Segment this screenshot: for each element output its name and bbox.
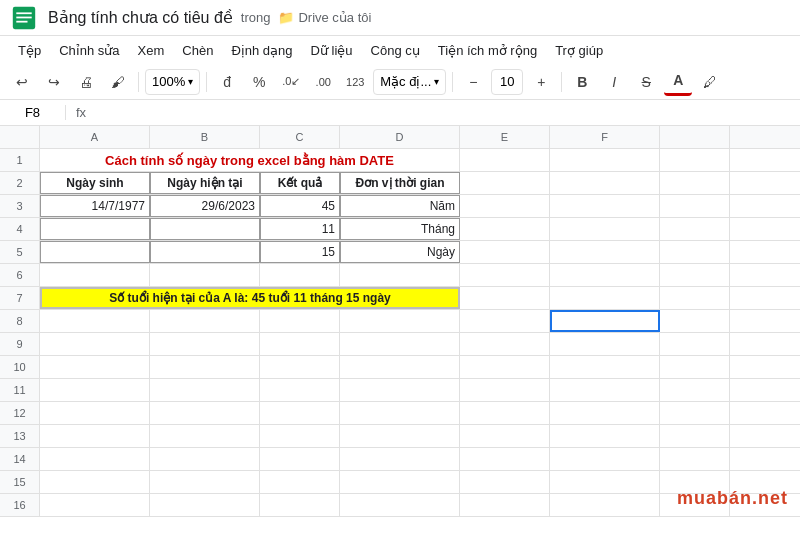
col-header-c[interactable]: C (260, 126, 340, 148)
strikethrough-button[interactable]: S (632, 68, 660, 96)
cell-g10[interactable] (660, 356, 730, 378)
number-format-button[interactable]: 123 (341, 68, 369, 96)
cell-a15[interactable] (40, 471, 150, 493)
cell-b10[interactable] (150, 356, 260, 378)
cell-a11[interactable] (40, 379, 150, 401)
redo-button[interactable]: ↪ (40, 68, 68, 96)
cell-c14[interactable] (260, 448, 340, 470)
cell-f3[interactable] (550, 195, 660, 217)
cell-a2[interactable]: Ngày sinh (40, 172, 150, 194)
cell-d4[interactable]: Tháng (340, 218, 460, 240)
cell-e8[interactable] (460, 310, 550, 332)
cell-e15[interactable] (460, 471, 550, 493)
cell-f10[interactable] (550, 356, 660, 378)
doc-title[interactable]: Bảng tính chưa có tiêu đề (48, 8, 233, 27)
menu-xem[interactable]: Xem (130, 40, 173, 61)
cell-b12[interactable] (150, 402, 260, 424)
cell-g14[interactable] (660, 448, 730, 470)
cell-d16[interactable] (340, 494, 460, 516)
cell-b13[interactable] (150, 425, 260, 447)
cell-b15[interactable] (150, 471, 260, 493)
font-size-input[interactable] (491, 69, 523, 95)
cell-f12[interactable] (550, 402, 660, 424)
cell-f8[interactable] (550, 310, 660, 332)
cell-g12[interactable] (660, 402, 730, 424)
decimal-decrease-button[interactable]: .0↙ (277, 68, 305, 96)
cell-a13[interactable] (40, 425, 150, 447)
menu-tien-ich[interactable]: Tiện ích mở rộng (430, 40, 545, 61)
cell-f13[interactable] (550, 425, 660, 447)
cell-c3[interactable]: 45 (260, 195, 340, 217)
zoom-select[interactable]: 100% ▾ (145, 69, 200, 95)
cell-c6[interactable] (260, 264, 340, 286)
cell-a14[interactable] (40, 448, 150, 470)
cell-b4[interactable] (150, 218, 260, 240)
cell-e10[interactable] (460, 356, 550, 378)
cell-g5[interactable] (660, 241, 730, 263)
cell-f15[interactable] (550, 471, 660, 493)
cell-e7[interactable] (460, 287, 550, 309)
cell-e16[interactable] (460, 494, 550, 516)
cell-g8[interactable] (660, 310, 730, 332)
cell-e14[interactable] (460, 448, 550, 470)
format-dropdown[interactable]: Mặc đị... ▾ (373, 69, 446, 95)
menu-chen[interactable]: Chèn (174, 40, 221, 61)
print-button[interactable]: 🖨 (72, 68, 100, 96)
col-header-f[interactable]: F (550, 126, 660, 148)
cell-g4[interactable] (660, 218, 730, 240)
decimal-increase-button[interactable]: .00 (309, 68, 337, 96)
cell-a6[interactable] (40, 264, 150, 286)
cell-e4[interactable] (460, 218, 550, 240)
undo-button[interactable]: ↩ (8, 68, 36, 96)
cell-d10[interactable] (340, 356, 460, 378)
menu-tep[interactable]: Tệp (10, 40, 49, 61)
cell-c10[interactable] (260, 356, 340, 378)
cell-g2[interactable] (660, 172, 730, 194)
cell-f9[interactable] (550, 333, 660, 355)
cell-a5[interactable] (40, 241, 150, 263)
menu-cong-cu[interactable]: Công cụ (363, 40, 428, 61)
col-header-g[interactable] (660, 126, 730, 148)
paint-format-button[interactable]: 🖌 (104, 68, 132, 96)
italic-button[interactable]: I (600, 68, 628, 96)
cell-g7[interactable] (660, 287, 730, 309)
col-header-e[interactable]: E (460, 126, 550, 148)
cell-e13[interactable] (460, 425, 550, 447)
cell-a7-merged[interactable]: Số tuổi hiện tại của A là: 45 tuổi 11 th… (40, 287, 460, 309)
menu-chinh-sua[interactable]: Chỉnh sửa (51, 40, 127, 61)
font-increase-button[interactable]: + (527, 68, 555, 96)
cell-c11[interactable] (260, 379, 340, 401)
currency-button[interactable]: đ (213, 68, 241, 96)
cell-d14[interactable] (340, 448, 460, 470)
menu-tro-giup[interactable]: Trợ giúp (547, 40, 611, 61)
cell-c4[interactable]: 11 (260, 218, 340, 240)
cell-reference[interactable]: F8 (6, 105, 66, 120)
cell-a12[interactable] (40, 402, 150, 424)
menu-du-lieu[interactable]: Dữ liệu (303, 40, 361, 61)
cell-d2[interactable]: Đơn vị thời gian (340, 172, 460, 194)
cell-b9[interactable] (150, 333, 260, 355)
cell-b11[interactable] (150, 379, 260, 401)
cell-b16[interactable] (150, 494, 260, 516)
cell-c13[interactable] (260, 425, 340, 447)
cell-b14[interactable] (150, 448, 260, 470)
col-header-b[interactable]: B (150, 126, 260, 148)
cell-f1[interactable] (550, 149, 660, 171)
text-color-button[interactable]: A (664, 68, 692, 96)
cell-d3[interactable]: Năm (340, 195, 460, 217)
cell-c9[interactable] (260, 333, 340, 355)
cell-g11[interactable] (660, 379, 730, 401)
cell-c15[interactable] (260, 471, 340, 493)
cell-e2[interactable] (460, 172, 550, 194)
col-header-d[interactable]: D (340, 126, 460, 148)
col-header-a[interactable]: A (40, 126, 150, 148)
cell-g3[interactable] (660, 195, 730, 217)
cell-d6[interactable] (340, 264, 460, 286)
font-decrease-button[interactable]: − (459, 68, 487, 96)
cell-f2[interactable] (550, 172, 660, 194)
cell-c16[interactable] (260, 494, 340, 516)
cell-f16[interactable] (550, 494, 660, 516)
cell-e9[interactable] (460, 333, 550, 355)
cell-d5[interactable]: Ngày (340, 241, 460, 263)
cell-e11[interactable] (460, 379, 550, 401)
